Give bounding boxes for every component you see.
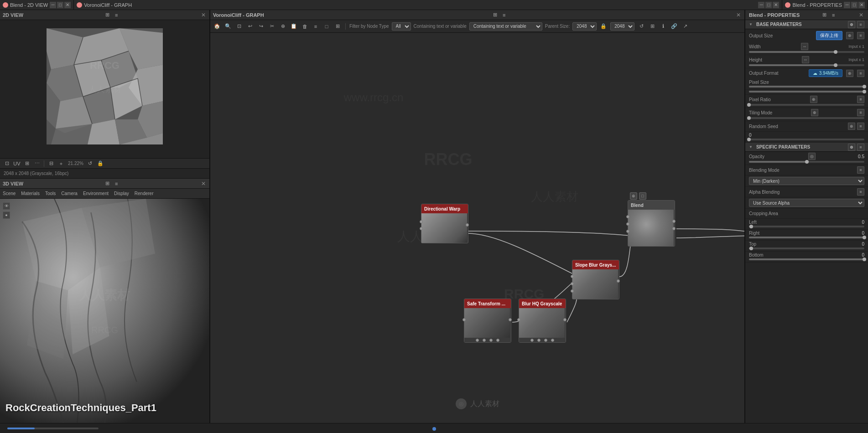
pixel-ratio-icon-2[interactable]: ≡ [857, 96, 864, 103]
pixel-size-thumb-2[interactable] [863, 90, 866, 93]
3d-icon-eyes[interactable]: 👁 [3, 202, 10, 210]
output-size-btn[interactable]: 保存上传 [816, 31, 842, 40]
props-icon-1[interactable]: ⊞ [820, 11, 828, 19]
2d-tb-uv[interactable]: UV [13, 160, 21, 168]
props-win-controls[interactable]: ─ □ ✕ [844, 2, 865, 8]
3d-panel-close[interactable]: ✕ [200, 180, 207, 187]
tb-link-2[interactable]: 🔗 [670, 22, 678, 31]
graph-header-icon-1[interactable]: ⊞ [491, 11, 499, 19]
pixel-ratio-icon-1[interactable]: ⊕ [810, 96, 817, 103]
node-safe-transform[interactable]: Safe Transform ... [464, 299, 511, 343]
pixel-ratio-thumb[interactable] [747, 103, 751, 107]
tb-info[interactable]: ℹ [659, 22, 667, 31]
base-params-header[interactable]: ▼ BASE PARAMETERS ⊕ ≡ [745, 20, 868, 29]
tb-cut[interactable]: ✂ [268, 22, 276, 31]
alpha-blending-select[interactable]: Use Source Alpha [749, 199, 864, 207]
node-blur-hq[interactable]: Blur HQ Grayscale [519, 299, 566, 343]
menu-materials[interactable]: Materials [20, 191, 41, 196]
tb-refresh[interactable]: ↺ [637, 22, 645, 31]
menu-environment[interactable]: Environment [82, 191, 109, 196]
props-icon-2[interactable]: ≡ [829, 11, 837, 19]
random-seed-track[interactable] [749, 139, 864, 140]
node-blend-1-icon-copy[interactable]: ⊕ [630, 192, 637, 200]
width-slider-thumb[interactable] [834, 50, 837, 54]
tiling-mode-icon-2[interactable]: ≡ [857, 109, 864, 116]
graph-win-controls[interactable]: ─ □ ✕ [758, 2, 779, 8]
crop-right-thumb[interactable] [863, 236, 866, 239]
pixel-ratio-track[interactable] [749, 104, 864, 106]
tb-frame[interactable]: □ [322, 22, 331, 31]
2d-win-controls[interactable]: ─ □ ✕ [50, 2, 71, 8]
tb-zoom-fit[interactable]: ⊡ [235, 22, 243, 31]
blending-mode-select[interactable]: Min (Darken) [749, 177, 864, 185]
menu-tools[interactable]: Tools [44, 191, 57, 196]
win-minimize[interactable]: ─ [50, 2, 56, 8]
crop-right-track[interactable] [749, 237, 864, 238]
blending-mode-icon[interactable]: ≡ [857, 166, 864, 174]
random-seed-icon-1[interactable]: ⊕ [848, 123, 855, 130]
tb-align[interactable]: ≡ [312, 22, 320, 31]
tb-layout[interactable]: ⊞ [333, 22, 342, 31]
node-slope-blur[interactable]: Slope Blur Grays... [572, 260, 619, 299]
2d-tb-grid[interactable]: ⊞ [23, 160, 31, 168]
crop-left-track[interactable] [749, 226, 864, 227]
tiling-mode-icon-1[interactable]: ⊕ [811, 109, 818, 116]
win-maximize-props[interactable]: □ [851, 2, 858, 8]
tb-undo[interactable]: ↩ [246, 22, 254, 31]
crop-top-track[interactable] [749, 247, 864, 249]
random-seed-thumb[interactable] [747, 138, 751, 141]
2d-header-icon-1[interactable]: ⊞ [103, 11, 111, 19]
height-slider-track[interactable] [749, 64, 864, 66]
tb-delete[interactable]: 🗑 [301, 22, 309, 31]
menu-display[interactable]: Display [113, 191, 130, 196]
pixel-size-track[interactable] [749, 86, 864, 88]
alpha-blending-icon[interactable]: ≡ [857, 188, 864, 196]
crop-bottom-track[interactable] [749, 258, 864, 260]
2d-tb-zoom-in[interactable]: + [57, 160, 65, 168]
parent-size-select[interactable]: 2048 [572, 22, 597, 31]
output-format-icon-2[interactable]: ≡ [857, 70, 864, 77]
specific-params-icon-1[interactable]: ⊕ [848, 144, 855, 151]
width-slider-track[interactable] [749, 51, 864, 53]
base-params-icon-2[interactable]: ≡ [857, 21, 864, 28]
crop-top-thumb[interactable] [749, 247, 753, 250]
tb-grid-2[interactable]: ⊞ [648, 22, 656, 31]
tb-lock-icon[interactable]: 🔒 [599, 22, 608, 31]
win-close-2d[interactable]: ✕ [64, 2, 71, 8]
win-minimize-graph[interactable]: ─ [758, 2, 764, 8]
opacity-icon[interactable]: ◎ [808, 153, 816, 160]
3d-header-icon-2[interactable]: ≡ [112, 180, 120, 188]
height-icon[interactable]: ↔ [802, 56, 809, 63]
props-panel-close[interactable]: ✕ [858, 12, 864, 18]
specific-params-icon-2[interactable]: ≡ [857, 144, 864, 151]
opacity-slider-track[interactable] [749, 161, 864, 163]
tb-zoom-in[interactable]: 🔍 [224, 22, 232, 31]
tb-redo[interactable]: ↪ [257, 22, 265, 31]
cloud-btn[interactable]: ☁ 3.94MB/s [809, 69, 842, 77]
node-directional-warp[interactable]: Directional Warp [421, 204, 468, 243]
crop-left-thumb[interactable] [749, 225, 753, 228]
containing-select[interactable]: Containing text or variable [469, 22, 542, 31]
menu-scene[interactable]: Scene [2, 191, 16, 196]
output-size-icon-1[interactable]: ⊕ [846, 32, 853, 39]
pixel-size-track-2[interactable] [749, 91, 864, 93]
tb-home[interactable]: 🏠 [213, 22, 221, 31]
tiling-mode-thumb[interactable] [747, 116, 751, 120]
crop-bottom-thumb[interactable] [863, 258, 866, 261]
3d-icon-dot[interactable]: ● [3, 211, 10, 219]
win-close-graph[interactable]: ✕ [773, 2, 779, 8]
node-blend-1-icon-view[interactable]: □ [639, 192, 646, 200]
win-minimize-props[interactable]: ─ [844, 2, 850, 8]
parent-size-select-2[interactable]: 2048 [610, 22, 634, 31]
tb-export[interactable]: ↗ [681, 22, 689, 31]
output-size-icon-2[interactable]: ≡ [857, 32, 864, 39]
tb-copy[interactable]: ⊕ [279, 22, 287, 31]
2d-tb-scene[interactable]: ⊡ [3, 160, 11, 168]
2d-tb-fit[interactable]: ⊟ [47, 160, 55, 168]
opacity-slider-thumb[interactable] [805, 160, 809, 164]
win-close-props[interactable]: ✕ [858, 2, 865, 8]
tb-paste[interactable]: 📋 [290, 22, 298, 31]
output-format-icon-1[interactable]: ⊕ [846, 70, 853, 77]
tiling-mode-track[interactable] [749, 117, 864, 119]
graph-content[interactable]: RRCG 人人素材 www.rrcg.cn RRCG 人人素材 Directio… [210, 33, 744, 423]
